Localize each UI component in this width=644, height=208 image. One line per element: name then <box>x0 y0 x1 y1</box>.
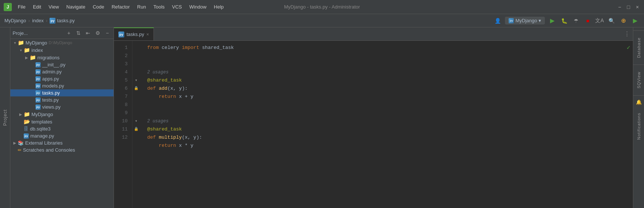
maximize-button[interactable]: □ <box>626 4 631 10</box>
menu-item-navigate[interactable]: Navigate <box>63 3 88 11</box>
tree-item-db[interactable]: 🗄 db.sqlite3 <box>10 125 114 132</box>
indent-6 <box>147 93 159 101</box>
minimize-panel-button[interactable]: − <box>103 29 111 37</box>
tab-close-button[interactable]: × <box>146 32 149 37</box>
tree-label-extlibs: External Libraries <box>25 140 63 146</box>
code-line-6: return x + y <box>147 93 624 101</box>
run-config-label: MyDjango <box>515 18 537 23</box>
editor-status-strip: ✓ <box>624 41 633 208</box>
tree-item-views[interactable]: py views.py <box>10 103 114 110</box>
keyword-import: import <box>182 44 199 52</box>
keyword-return-2: return <box>159 142 176 150</box>
translate-button[interactable]: 文A <box>595 16 604 25</box>
tree-item-index[interactable]: ▾ 📁 index <box>10 46 114 54</box>
status-check-icon: ✓ <box>627 44 630 52</box>
line-num-8: 8 <box>114 101 128 109</box>
menu-item-run[interactable]: Run <box>134 3 149 11</box>
gutter-4 <box>132 68 140 76</box>
menu-item-view[interactable]: View <box>45 3 62 11</box>
code-space <box>159 44 162 52</box>
coverage-button[interactable]: ☂ <box>571 16 580 25</box>
tree-item-tests[interactable]: py tests.py <box>10 96 114 103</box>
code-line-12 <box>147 150 624 158</box>
right-sidebar-divider-3 <box>633 95 644 96</box>
space <box>156 133 159 142</box>
tree-item-mydjango2[interactable]: ▶ 📁 MyDjango <box>10 110 114 118</box>
search-button[interactable]: 🔍 <box>607 16 616 25</box>
minimize-button[interactable]: − <box>617 4 623 10</box>
expand-arrow-migrations: ▶ <box>24 56 30 60</box>
breadcrumb-index[interactable]: index <box>32 18 44 23</box>
menu-item-refactor[interactable]: Refactor <box>109 3 133 11</box>
tree-item-models[interactable]: py models.py <box>10 82 114 89</box>
gutter-5[interactable]: ▾ <box>132 76 140 85</box>
code-line-4: @shared_task <box>147 76 624 85</box>
breadcrumb-filename[interactable]: tasks.py <box>57 18 75 23</box>
more-button[interactable]: ▶ <box>631 16 640 25</box>
debug-button[interactable]: 🐛 <box>560 16 569 25</box>
folder-icon-mydjango2: 📁 <box>24 111 30 117</box>
sync-button[interactable]: ⇅ <box>74 29 82 37</box>
py-icon-tasks: py <box>36 90 41 96</box>
notification-bell-icon[interactable]: 🔔 <box>634 98 643 107</box>
close-button[interactable]: × <box>634 4 640 10</box>
line-num-1: 1 <box>114 44 128 52</box>
tree-item-migrations[interactable]: ▶ 📁 migrations <box>10 54 114 61</box>
py-icon-tests: py <box>36 98 41 103</box>
menu-item-file[interactable]: File <box>15 3 28 11</box>
line-num-7: 7 <box>114 93 128 101</box>
menu-item-help[interactable]: Help <box>211 3 227 11</box>
py-icon-admin: py <box>36 69 41 75</box>
gutter-11: 🔒 <box>132 125 140 133</box>
settings-button[interactable]: ⚙ <box>94 29 102 37</box>
usage-hint-text-1: 2 usages <box>147 68 169 76</box>
gutter-10[interactable]: ▾ <box>132 117 140 125</box>
sqlview-panel-label[interactable]: SQView <box>635 67 643 93</box>
project-panel-toggle[interactable]: Project <box>0 27 10 208</box>
tree-item-mydjango-root[interactable]: ▾ 📁 MyDjango D:\MyDjango <box>10 39 114 46</box>
tab-menu-button[interactable]: ⋮ <box>621 27 633 40</box>
user-icon[interactable]: 👤 <box>493 16 502 25</box>
menu-item-code[interactable]: Code <box>90 3 107 11</box>
collapse-button[interactable]: ⇤ <box>84 29 92 37</box>
menu-item-window[interactable]: Window <box>186 3 209 11</box>
module-celery: celery <box>162 44 179 52</box>
add-profile-button[interactable]: ⊕ <box>619 16 628 25</box>
run-config-dropdown[interactable]: py MyDjango ▾ <box>505 17 545 24</box>
code-line-3 <box>147 60 624 68</box>
tree-item-extlibs[interactable]: ▶ 📚 External Libraries <box>10 139 114 146</box>
folder-icon-index: 📁 <box>24 47 30 53</box>
tree-item-admin[interactable]: py admin.py <box>10 68 114 75</box>
code-editor[interactable]: from celery import shared_task 2 usages <box>140 41 624 208</box>
gutter-3 <box>132 60 140 68</box>
tree-item-manage[interactable]: py manage.py <box>10 132 114 139</box>
add-file-button[interactable]: + <box>65 29 73 37</box>
tree-label-tests: tests.py <box>42 97 59 103</box>
tree-item-scratches[interactable]: ✏ Scratches and Consoles <box>10 146 114 153</box>
tree-item-tasks[interactable]: py tasks.py <box>10 89 114 96</box>
line-num-5: 5 <box>114 76 128 85</box>
title-bar: J FileEditViewNavigateCodeRefactorRunToo… <box>0 0 644 14</box>
menu-item-vcs[interactable]: VCS <box>169 3 185 11</box>
tree-item-templates[interactable]: 📂 templates <box>10 118 114 125</box>
tab-tasks-py[interactable]: py tasks.py × <box>114 27 154 40</box>
keyword-return-1: return <box>159 93 176 101</box>
breadcrumb-mydjango[interactable]: MyDjango <box>4 18 26 23</box>
py-icon-manage: py <box>24 133 29 139</box>
menu-item-tools[interactable]: Tools <box>151 3 168 11</box>
folder-icon: 📁 <box>18 40 24 46</box>
tree-label-views: views.py <box>42 104 61 110</box>
py-icon-apps: py <box>36 76 41 82</box>
menu-item-edit[interactable]: Edit <box>30 3 44 11</box>
database-panel-label[interactable]: Database <box>635 33 643 62</box>
gutter: ▾ 🔒 ▾ 🔒 <box>132 41 140 208</box>
stop-button[interactable]: ■ <box>583 16 592 25</box>
tree-label-tasks: tasks.py <box>42 90 60 96</box>
run-button[interactable]: ▶ <box>548 16 557 25</box>
keyword-def-2: def <box>147 133 156 142</box>
tree-item-apps[interactable]: py apps.py <box>10 75 114 82</box>
import-shared-task: shared_task <box>202 44 234 52</box>
tree-label-admin: admin.py <box>42 69 62 75</box>
tree-item-init[interactable]: py __init__.py <box>10 61 114 68</box>
notifications-panel-label[interactable]: Notifications <box>635 108 643 144</box>
